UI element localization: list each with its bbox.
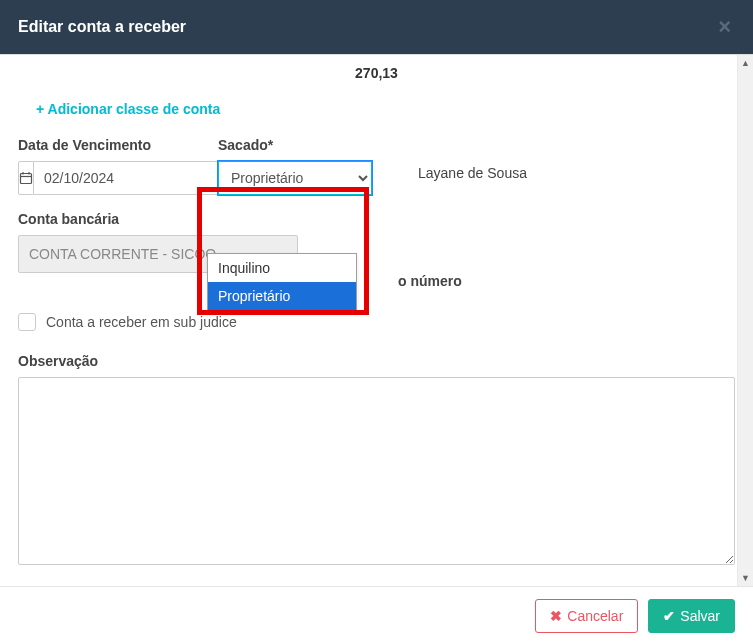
sacado-select[interactable]: Proprietário — [218, 161, 372, 195]
bank-account-field: Conta bancária CONTA CORRENTE - SICOO — [18, 211, 735, 273]
sub-judice-row: Conta a receber em sub judice — [18, 313, 735, 331]
sacado-dropdown-list: Inquilino Proprietário — [207, 253, 357, 311]
close-icon[interactable]: × — [714, 16, 735, 38]
modal-footer: ✖ Cancelar ✔ Salvar — [0, 586, 753, 644]
date-input-group — [18, 161, 188, 195]
modal-header: Editar conta a receber × — [0, 0, 753, 55]
add-account-class-link[interactable]: + Adicionar classe de conta — [18, 97, 735, 137]
document-number-label-partial: o número — [398, 273, 462, 289]
cancel-label: Cancelar — [567, 608, 623, 624]
form-row-1: Data de Vencimento Sacado* — [18, 137, 735, 195]
scroll-down-icon[interactable]: ▼ — [738, 570, 753, 586]
cancel-button[interactable]: ✖ Cancelar — [535, 599, 638, 633]
check-icon: ✔ — [663, 608, 675, 624]
person-name: Layane de Sousa — [418, 137, 527, 195]
calendar-icon[interactable] — [18, 161, 34, 195]
sub-judice-checkbox[interactable] — [18, 313, 36, 331]
save-button[interactable]: ✔ Salvar — [648, 599, 735, 633]
sacado-field: Sacado* Proprietário — [218, 137, 388, 195]
edit-receivable-modal: Editar conta a receber × 270,13 + Adicio… — [0, 0, 753, 644]
bank-account-value: CONTA CORRENTE - SICOO — [29, 246, 216, 262]
sub-judice-label: Conta a receber em sub judice — [46, 314, 237, 330]
sacado-option-inquilino[interactable]: Inquilino — [208, 254, 356, 282]
modal-body: 270,13 + Adicionar classe de conta Data … — [0, 55, 753, 586]
due-date-input[interactable] — [34, 161, 230, 195]
save-label: Salvar — [680, 608, 720, 624]
sacado-option-proprietario[interactable]: Proprietário — [208, 282, 356, 310]
sacado-label: Sacado* — [218, 137, 388, 153]
due-date-field: Data de Vencimento — [18, 137, 188, 195]
bank-account-label: Conta bancária — [18, 211, 735, 227]
observation-field: Observação — [18, 353, 735, 565]
observation-textarea[interactable] — [18, 377, 735, 565]
svg-rect-0 — [21, 174, 32, 184]
observation-label: Observação — [18, 353, 735, 369]
modal-title: Editar conta a receber — [18, 18, 186, 36]
amount-value: 270,13 — [18, 63, 735, 97]
scrollbar[interactable]: ▲ ▼ — [737, 55, 753, 586]
x-icon: ✖ — [550, 608, 562, 624]
due-date-label: Data de Vencimento — [18, 137, 188, 153]
scroll-up-icon[interactable]: ▲ — [738, 55, 753, 71]
